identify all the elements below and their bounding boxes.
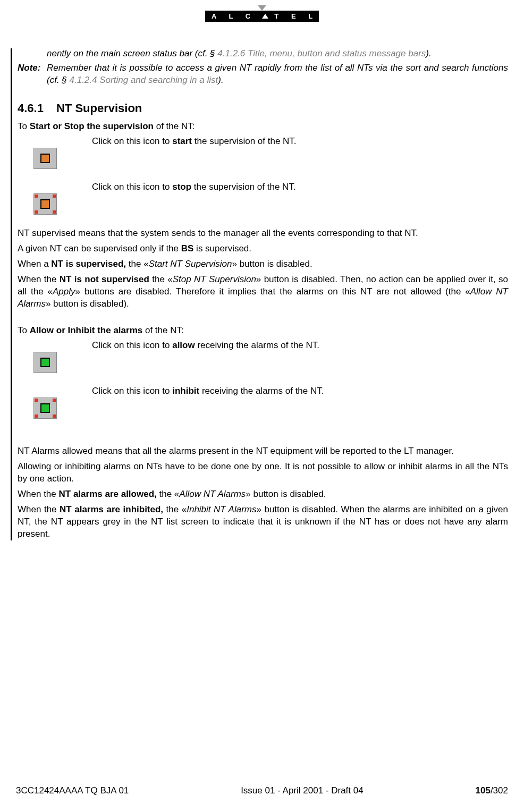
paragraph: When the NT is not supervised the «Stop … (18, 274, 508, 310)
text: When a (18, 259, 51, 269)
text: the « (163, 504, 187, 514)
text: » button is disabled. (232, 259, 312, 269)
intro-fragment: nently on the main screen status bar (cf… (18, 48, 508, 59)
text: Click on this icon to (92, 182, 172, 192)
allow-alarms-icon[interactable] (33, 352, 57, 373)
logo-triangle-icon (258, 5, 266, 11)
text: A given NT can be supervised only if the (18, 243, 181, 253)
paragraph: Allowing or inhibiting alarms on NTs hav… (18, 461, 508, 485)
logo-header: A L C T E L (16, 5, 508, 22)
text: Apply (53, 286, 75, 297)
text: To (18, 325, 30, 335)
text: NT alarms are inhibited, (60, 504, 163, 514)
start-supervision-icon[interactable] (33, 148, 57, 169)
text: the supervision of the NT. (191, 182, 296, 192)
link-ref: 4.1.2.4 Sorting and searching in a list (70, 75, 218, 85)
inhibit-alarms-row: Click on this icon to inhibit receiving … (18, 386, 508, 419)
alarm-intro: To Allow or Inhibit the alarms of the NT… (18, 325, 508, 337)
text: To (18, 121, 30, 131)
section-number: 4.6.1 (18, 102, 44, 115)
text: Start NT Supervision (149, 259, 232, 269)
text: receiving the alarms of the NT. (199, 386, 324, 396)
text: of the NT: (154, 121, 195, 131)
section-title: NT Supervision (56, 102, 142, 115)
paragraph: When the NT alarms are allowed, the «All… (18, 488, 508, 501)
text: of the NT: (142, 325, 183, 335)
document-page: A L C T E L nently on the main screen st… (0, 0, 524, 812)
text: start (172, 136, 192, 146)
text: the supervision of the NT. (192, 136, 297, 146)
note-paragraph: Note: Remember that it is possible to ac… (18, 62, 508, 87)
paragraph: NT Alarms allowed means that all the ala… (18, 445, 508, 458)
text: stop (172, 182, 191, 192)
text: Click on this icon to (92, 340, 172, 350)
note-label: Note: (18, 62, 47, 87)
text: the « (149, 274, 173, 284)
text: allow (172, 340, 195, 350)
text: » button is disabled). (46, 299, 129, 309)
text: NT is not supervised (60, 274, 149, 284)
text: ). (218, 75, 223, 85)
text: When the (18, 504, 60, 514)
stop-supervision-icon[interactable] (33, 193, 57, 215)
stop-supervision-row: Click on this icon to stop the supervisi… (18, 182, 508, 215)
section-heading: 4.6.1NT Supervision (18, 102, 508, 115)
link-ref: 4.1.2.6 Title, menu, button and status m… (217, 48, 426, 58)
paragraph: When the NT alarms are inhibited, the «I… (18, 504, 508, 540)
text: BS (181, 243, 194, 253)
footer-doc-id: 3CC12424AAAA TQ BJA 01 (16, 785, 129, 796)
text: » buttons are disabled. Therefore it imp… (75, 286, 470, 297)
page-footer: 3CC12424AAAA TQ BJA 01 Issue 01 - April … (16, 785, 508, 796)
supervision-intro: To Start or Stop the supervision of the … (18, 121, 508, 133)
text: Stop NT Supervision (173, 274, 256, 284)
text: Inhibit NT Alarms (187, 504, 256, 514)
text: » button is disabled. (246, 489, 326, 499)
text: Click on this icon to (92, 136, 172, 146)
paragraph: NT supervised means that the system send… (18, 227, 508, 240)
text: receiving the alarms of the NT. (195, 340, 319, 350)
text: the « (126, 259, 149, 269)
paragraph: When a NT is supervised, the «Start NT S… (18, 258, 508, 270)
text: NT is supervised, (51, 259, 126, 269)
text: Start or Stop the supervision (30, 121, 154, 131)
paragraph: A given NT can be supervised only if the… (18, 243, 508, 255)
text: NT alarms are allowed, (59, 489, 157, 499)
footer-issue: Issue 01 - April 2001 - Draft 04 (241, 785, 364, 796)
text: Click on this icon to (92, 386, 172, 396)
text: the « (157, 489, 180, 499)
text: is supervised. (193, 243, 251, 253)
page-total: /302 (491, 785, 508, 796)
text: When the (18, 489, 59, 499)
start-supervision-row: Click on this icon to start the supervis… (18, 136, 508, 169)
inhibit-alarms-icon[interactable] (33, 397, 57, 419)
text: Allow NT Alarms (179, 489, 246, 499)
text: When the (18, 274, 60, 284)
content-column: nently on the main screen status bar (cf… (11, 48, 508, 540)
text: inhibit (172, 386, 199, 396)
note-body: Remember that it is possible to access a… (47, 62, 508, 87)
allow-alarms-row: Click on this icon to allow receiving th… (18, 340, 508, 373)
text: nently on the main screen status bar (cf… (47, 48, 217, 58)
text: Allow or Inhibit the alarms (30, 325, 143, 335)
text: ). (426, 48, 431, 58)
alcatel-logo: A L C T E L (205, 11, 319, 22)
footer-page: 105/302 (476, 785, 508, 796)
page-current: 105 (476, 785, 491, 796)
